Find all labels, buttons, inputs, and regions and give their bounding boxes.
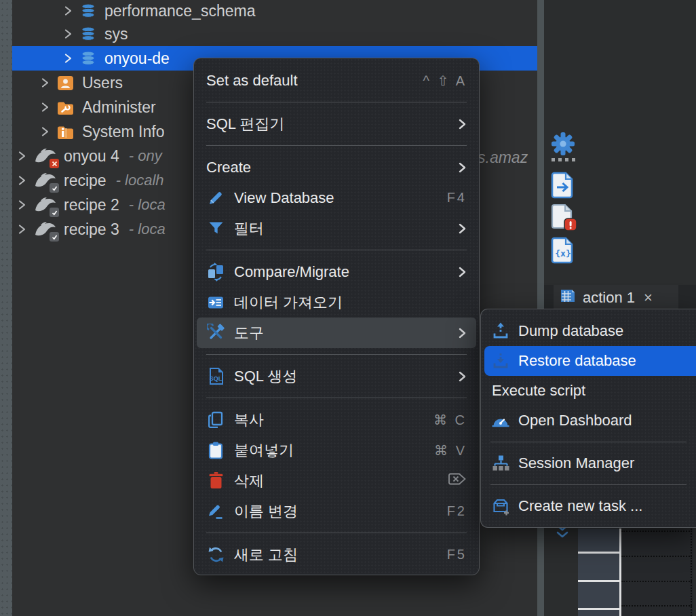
database-icon (79, 50, 97, 67)
menu-item-label: 데이터 가져오기 (234, 292, 467, 313)
menu-shortcut: F2 (447, 503, 467, 519)
menu-item-view-database[interactable]: View Database F4 (194, 182, 479, 213)
menu-separator (206, 533, 467, 533)
session-manager-icon (490, 455, 511, 472)
menu-item-label: Session Manager (518, 455, 634, 472)
menu-item-set-as-default[interactable]: Set as default ^ ⇧ A (194, 65, 479, 96)
menu-item-filter[interactable]: 필터 (194, 213, 479, 244)
menu-item-label: Dump database (518, 322, 623, 340)
submenu-arrow-icon (458, 265, 467, 279)
submenu-item-restore-database-selected[interactable]: Restore database (484, 346, 696, 376)
clipped-connection-text: s.amaz (478, 149, 528, 167)
filter-icon (206, 220, 225, 237)
grid-column-empty[interactable] (621, 528, 693, 616)
gear-icon[interactable] (549, 130, 577, 160)
menu-separator (206, 398, 467, 398)
menu-separator (490, 442, 687, 442)
connected-badge (50, 183, 59, 193)
refresh-icon (206, 545, 225, 564)
grid-column-selected[interactable] (578, 528, 619, 616)
menu-item-tools-highlighted[interactable]: 도구 (197, 317, 476, 348)
chevron-right-icon[interactable] (18, 223, 26, 235)
dbeaver-window: performance_schema sys onyou-de Users Ad… (0, 0, 696, 616)
tree-item-label: recipe (64, 172, 107, 190)
pencil-icon (206, 189, 225, 207)
context-menu: Set as default ^ ⇧ A SQL 편집기 Create View… (193, 58, 480, 575)
chevron-right-icon[interactable] (64, 52, 73, 64)
menu-item-rename[interactable]: 이름 변경 F2 (194, 496, 479, 526)
tab-close-icon[interactable]: × (644, 289, 653, 307)
tree-item-sys[interactable]: sys (12, 22, 537, 46)
tree-item-label: System Info (82, 123, 164, 141)
menu-item-refresh[interactable]: 새로 고침 F5 (194, 539, 479, 570)
grid-dashed-line (621, 605, 692, 607)
tree-item-label: sys (104, 25, 128, 43)
tree-item-performance-schema[interactable]: performance_schema (12, 0, 537, 23)
menu-item-generate-sql[interactable]: SQL SQL 생성 (194, 361, 479, 391)
menu-item-create[interactable]: Create (194, 152, 479, 182)
menu-item-compare-migrate[interactable]: Compare/Migrate (194, 256, 479, 287)
grid-row-line (578, 608, 619, 610)
chevron-right-icon[interactable] (41, 101, 50, 113)
submenu-item-session-manager[interactable]: Session Manager (481, 448, 696, 478)
tree-item-label: onyou-de (104, 50, 170, 68)
script-braces-icon[interactable]: {x} (549, 236, 577, 267)
submenu-arrow-icon (458, 222, 467, 235)
submenu-item-dump-database[interactable]: Dump database (481, 316, 696, 346)
menu-separator (206, 102, 467, 102)
tab-action-1[interactable]: action 1 × (554, 285, 678, 311)
menu-item-label: 필터 (234, 218, 449, 239)
menu-item-label: 이름 변경 (234, 501, 438, 522)
menu-separator (206, 250, 467, 250)
connected-badge (50, 208, 59, 217)
svg-text:{x}: {x} (555, 248, 571, 258)
database-icon (79, 25, 97, 43)
grid-dashed-line (621, 531, 692, 532)
submenu-arrow-icon (458, 161, 467, 174)
menu-item-paste[interactable]: 붙여넣기 ⌘ V (194, 435, 479, 465)
mysql-connection-icon (33, 171, 56, 190)
submenu-arrow-icon (458, 326, 467, 340)
compare-migrate-icon (206, 263, 225, 282)
menu-item-label: Restore database (518, 352, 636, 370)
submenu-item-create-new-task[interactable]: Create new task ... (481, 491, 696, 521)
tree-item-label: recipe 2 (64, 196, 119, 214)
menu-item-label: Open Dashboard (518, 412, 632, 429)
rename-pencil-icon (206, 503, 225, 520)
submenu-item-execute-script[interactable]: Execute script (481, 376, 696, 406)
mysql-connection-error-icon (33, 147, 56, 166)
menu-item-data-import[interactable]: 데이터 가져오기 (194, 287, 479, 317)
forward-delete-icon (448, 472, 467, 489)
tree-item-label: Administer (82, 98, 156, 117)
script-export-icon[interactable] (549, 171, 577, 202)
mysql-connection-icon (33, 220, 56, 239)
chevron-right-icon[interactable] (18, 199, 26, 211)
chevron-right-icon[interactable] (64, 5, 73, 17)
grid-row-line (578, 552, 619, 554)
menu-item-label: Set as default (206, 72, 414, 90)
copy-icon (206, 410, 225, 429)
menu-item-label: View Database (234, 189, 438, 207)
submenu-item-open-dashboard[interactable]: Open Dashboard (481, 406, 696, 436)
table-icon (559, 287, 577, 309)
tree-item-description: - loca (129, 220, 166, 238)
error-badge (50, 159, 59, 168)
menu-item-label: 도구 (234, 323, 449, 343)
tab-label: action 1 (583, 289, 635, 307)
submenu-arrow-icon (458, 370, 467, 383)
mysql-connection-icon (33, 195, 56, 214)
chevron-right-icon[interactable] (64, 28, 73, 40)
menu-item-sql-editor[interactable]: SQL 편집기 (194, 109, 479, 139)
menu-item-delete[interactable]: 삭제 (194, 465, 479, 496)
menu-separator (206, 145, 467, 146)
dump-upload-icon (490, 322, 511, 341)
chevron-right-icon[interactable] (18, 174, 26, 187)
menu-item-copy[interactable]: 복사 ⌘ C (194, 404, 479, 435)
script-alert-icon[interactable] (549, 204, 578, 235)
chevron-right-icon[interactable] (18, 150, 26, 162)
menu-shortcut: ⌘ V (434, 442, 467, 459)
menu-item-label: Compare/Migrate (234, 263, 449, 281)
menu-shortcut: ⌘ C (433, 412, 467, 428)
chevron-right-icon[interactable] (41, 126, 50, 138)
chevron-right-icon[interactable] (41, 77, 50, 89)
